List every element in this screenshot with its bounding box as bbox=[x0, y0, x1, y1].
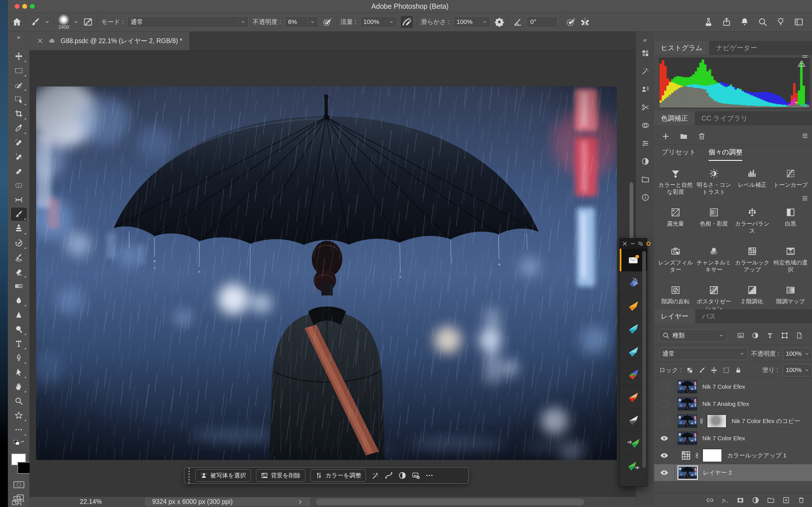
dock-expand-icon[interactable]: « bbox=[636, 37, 654, 44]
tool-eyedropper[interactable] bbox=[10, 121, 28, 135]
link-layers-icon[interactable] bbox=[706, 496, 714, 504]
layer-thumbnail[interactable] bbox=[677, 380, 697, 393]
panel-libraries-icon[interactable] bbox=[640, 174, 651, 185]
blend-mode-select[interactable]: 通常 bbox=[128, 16, 249, 27]
canvas-horizontal-scrollbar[interactable] bbox=[316, 499, 584, 505]
shape-pen-icon[interactable] bbox=[385, 471, 393, 480]
document-canvas[interactable] bbox=[36, 87, 617, 460]
zoom-level[interactable]: 22.14% bbox=[80, 498, 102, 506]
brush-angle-input[interactable]: 0° bbox=[527, 16, 558, 27]
image-plus-icon[interactable] bbox=[412, 471, 420, 480]
panel-grid-icon[interactable] bbox=[640, 48, 651, 59]
panel-adjustments-icon[interactable] bbox=[640, 156, 651, 167]
layer-thumbnail[interactable] bbox=[677, 432, 697, 445]
adjustment-photo-filter[interactable]: レンズフィルター bbox=[656, 246, 695, 273]
adjustment-threshold[interactable]: 2 階調化 bbox=[733, 285, 771, 312]
delete-layer-icon[interactable] bbox=[797, 496, 805, 504]
pressure-opacity-icon[interactable] bbox=[322, 17, 333, 27]
layer-visibility-toggle[interactable] bbox=[654, 464, 675, 482]
document-tab[interactable]: G88.psdc @ 22.1% (レイヤー 2, RGB/8) * bbox=[30, 32, 190, 50]
symmetry-icon[interactable] bbox=[580, 17, 590, 27]
tab-navigator[interactable]: ナビゲーター bbox=[709, 41, 764, 55]
layer-row[interactable]: Nik 7 Analog Efex bbox=[654, 395, 812, 413]
adjustment-levels[interactable]: レベル補正 bbox=[733, 168, 771, 195]
tool-gradient[interactable] bbox=[10, 279, 28, 293]
tool-dodge[interactable] bbox=[10, 322, 28, 336]
task-button-adjust-color[interactable]: カラーを調整 bbox=[310, 469, 366, 482]
tool-type[interactable] bbox=[10, 336, 28, 351]
new-adjustment-icon[interactable] bbox=[752, 496, 760, 504]
tool-selection-brush[interactable] bbox=[10, 78, 28, 92]
layer-visibility-toggle[interactable] bbox=[654, 430, 675, 447]
adjustment-channel-mixer[interactable]: チャンネルミキサー bbox=[695, 246, 733, 273]
adjustment-color-lookup[interactable]: カラールックアップ bbox=[733, 246, 771, 273]
brush-preset-picker[interactable]: 2400 bbox=[58, 14, 69, 30]
flow-select[interactable]: 100% bbox=[360, 16, 397, 27]
layer-visibility-toggle[interactable] bbox=[654, 447, 675, 464]
chevron-down-icon[interactable] bbox=[73, 17, 79, 27]
layer-thumbnail[interactable] bbox=[677, 414, 697, 428]
wand-sparkle-icon[interactable] bbox=[371, 471, 379, 480]
home-icon[interactable] bbox=[12, 17, 22, 27]
filter-adjustment[interactable] bbox=[752, 332, 759, 339]
tab-adjustments[interactable]: 色調補正 bbox=[654, 111, 695, 125]
discover-lightbulb-icon[interactable] bbox=[776, 17, 785, 27]
layer-mask-thumbnail[interactable] bbox=[707, 414, 726, 428]
adjustment-color-balance[interactable]: カラーバランス bbox=[733, 207, 771, 234]
panel-channels-icon[interactable] bbox=[640, 120, 651, 131]
panel-properties-icon[interactable] bbox=[640, 138, 651, 149]
lock-checker[interactable] bbox=[686, 367, 693, 374]
task-button-remove-bg[interactable]: 背景を削除 bbox=[256, 469, 306, 482]
subtab-individual[interactable]: 個々の調整 bbox=[709, 148, 743, 161]
filter-type[interactable] bbox=[766, 332, 774, 339]
adjustment-selective-color[interactable]: 特定色域の選択 bbox=[771, 246, 810, 273]
tab-paths[interactable]: パス bbox=[695, 309, 723, 323]
document-dimensions[interactable]: 9324 px x 6000 px (300 ppi) bbox=[145, 497, 310, 506]
brush-settings-panel-icon[interactable] bbox=[83, 17, 93, 27]
contrast-circle-icon[interactable] bbox=[398, 471, 407, 480]
add-adjustment-icon[interactable] bbox=[661, 132, 670, 140]
tool-crop[interactable] bbox=[10, 107, 28, 121]
adjustment-hue-sat[interactable]: 色相・彩度 bbox=[695, 207, 733, 234]
adjustment-exposure[interactable]: 露光量 bbox=[656, 207, 695, 234]
pressure-size-icon[interactable] bbox=[566, 17, 576, 27]
tool-marquee[interactable] bbox=[10, 63, 28, 78]
panel-learn-icon[interactable] bbox=[640, 66, 651, 76]
layer-effects-icon[interactable]: fx bbox=[721, 496, 729, 504]
share-icon[interactable] bbox=[722, 17, 731, 27]
layer-row[interactable]: Nik 7 Color Efex のコピー bbox=[654, 413, 812, 430]
adjustment-gradient-map[interactable]: 階調マップ bbox=[771, 285, 810, 312]
beta-flask-icon[interactable] bbox=[704, 17, 713, 27]
workspace-switcher-icon[interactable] bbox=[794, 17, 804, 27]
panel-scissors-icon[interactable] bbox=[640, 102, 651, 113]
tab-layers[interactable]: レイヤー bbox=[654, 309, 695, 323]
layer-thumbnail[interactable] bbox=[677, 466, 698, 480]
layer-fill-select[interactable]: 100% bbox=[783, 364, 812, 376]
add-mask-icon[interactable] bbox=[737, 496, 744, 504]
histogram-warning-icon[interactable] bbox=[797, 60, 806, 68]
notifications-bell-icon[interactable] bbox=[740, 17, 749, 27]
tool-pen[interactable] bbox=[10, 351, 28, 365]
close-icon[interactable] bbox=[622, 241, 627, 246]
tool-spot-healing[interactable] bbox=[10, 135, 28, 150]
chevron-down-icon[interactable] bbox=[44, 17, 50, 27]
screen-mode-icon[interactable] bbox=[8, 497, 26, 507]
tab-cc-library[interactable]: CC ライブラリ bbox=[695, 111, 755, 125]
layer-visibility-toggle[interactable] bbox=[654, 413, 675, 430]
panel-info-icon[interactable] bbox=[640, 192, 651, 203]
layer-thumbnail[interactable] bbox=[677, 397, 697, 411]
tool-blur[interactable] bbox=[10, 293, 28, 307]
layer-row[interactable]: Nik 7 Color Efex bbox=[654, 430, 812, 447]
filter-smart-object[interactable] bbox=[796, 332, 803, 339]
tool-content-aware-move[interactable] bbox=[10, 193, 28, 207]
lock-move[interactable] bbox=[711, 367, 718, 374]
subtab-presets[interactable]: プリセット bbox=[661, 148, 696, 161]
tool-sharpen[interactable] bbox=[10, 307, 28, 322]
layer-blend-mode-select[interactable]: 通常 bbox=[659, 348, 748, 360]
tool-history-brush[interactable] bbox=[10, 236, 28, 250]
panel-menu-icon[interactable] bbox=[801, 132, 809, 139]
close-tab-icon[interactable] bbox=[37, 38, 43, 44]
tool-remove-tool[interactable] bbox=[10, 150, 28, 164]
tool-mixer-brush[interactable] bbox=[10, 250, 28, 265]
layer-filter-select[interactable]: 種類 bbox=[659, 329, 727, 342]
